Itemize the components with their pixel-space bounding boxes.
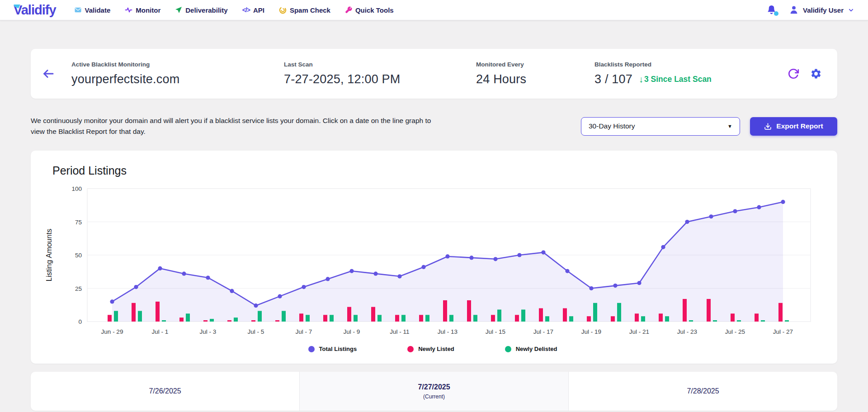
gear-icon bbox=[810, 68, 822, 80]
svg-text:Jul - 13: Jul - 13 bbox=[438, 328, 458, 335]
nav-label: Deliverability bbox=[185, 6, 227, 14]
pulse-icon bbox=[125, 6, 132, 14]
svg-text:100: 100 bbox=[71, 185, 82, 192]
blacklists-reported-value: 3 / 107 bbox=[594, 72, 632, 86]
nav-label: API bbox=[253, 6, 264, 14]
notifications-button[interactable] bbox=[766, 5, 777, 15]
svg-text:Jul - 5: Jul - 5 bbox=[248, 328, 264, 335]
monitored-every-value: 24 Hours bbox=[476, 72, 594, 86]
back-button[interactable] bbox=[42, 67, 71, 81]
controls-row: We continuously monitor your domain and … bbox=[31, 115, 837, 137]
nav-label: Quick Tools bbox=[355, 6, 394, 14]
user-name: Validify User bbox=[803, 6, 844, 14]
chart-legend: Total ListingsNewly ListedNewly Delisted bbox=[40, 346, 826, 352]
chevron-down-icon bbox=[848, 7, 854, 14]
legend-label: Newly Listed bbox=[418, 346, 454, 352]
export-report-button[interactable]: Export Report bbox=[750, 117, 837, 136]
svg-text:Jun - 29: Jun - 29 bbox=[101, 328, 123, 335]
nav-item-api[interactable]: </> API bbox=[242, 6, 264, 14]
legend-item: Newly Listed bbox=[407, 346, 454, 352]
nav-label: Validate bbox=[85, 6, 111, 14]
monitoring-header-card: Active Blacklist Monitoring yourperfects… bbox=[31, 49, 837, 99]
since-last-scan-delta: ↓ 3 Since Last Scan bbox=[639, 74, 712, 85]
legend-dot bbox=[308, 346, 315, 352]
last-scan-value: 7-27-2025, 12:00 PM bbox=[284, 72, 476, 86]
svg-text:Listing Amounts: Listing Amounts bbox=[45, 229, 53, 281]
settings-button[interactable] bbox=[810, 68, 822, 80]
svg-text:Jul - 15: Jul - 15 bbox=[486, 328, 505, 335]
download-icon bbox=[764, 123, 772, 130]
caret-down-icon: ▼ bbox=[727, 123, 732, 129]
nav-item-quick-tools[interactable]: Quick Tools bbox=[345, 6, 394, 14]
monitored-every-label: Monitored Every bbox=[476, 61, 594, 68]
nav-item-validate[interactable]: Validate bbox=[74, 6, 111, 14]
chart-title: Period Listings bbox=[52, 164, 826, 177]
svg-text:Jul - 17: Jul - 17 bbox=[533, 328, 553, 335]
swirl-shield-icon bbox=[279, 6, 287, 14]
date-label: 7/28/2025 bbox=[687, 387, 719, 395]
svg-text:Jul - 21: Jul - 21 bbox=[629, 328, 649, 335]
legend-label: Total Listings bbox=[319, 346, 357, 352]
last-scan-column: Last Scan 7-27-2025, 12:00 PM bbox=[284, 61, 476, 86]
legend-item: Newly Delisted bbox=[505, 346, 557, 352]
last-scan-label: Last Scan bbox=[284, 61, 476, 68]
code-brackets-icon: </> bbox=[242, 6, 250, 14]
svg-text:Jul - 27: Jul - 27 bbox=[773, 328, 793, 335]
svg-text:Jul - 19: Jul - 19 bbox=[581, 328, 601, 335]
notification-badge bbox=[774, 11, 778, 16]
nav-label: Monitor bbox=[136, 6, 160, 14]
svg-text:Jul - 23: Jul - 23 bbox=[677, 328, 697, 335]
nav-item-spam-check[interactable]: Spam Check bbox=[279, 6, 330, 14]
legend-label: Newly Delisted bbox=[516, 346, 557, 352]
paper-plane-icon bbox=[175, 6, 182, 14]
arrow-down-icon: ↓ bbox=[639, 74, 643, 85]
svg-text:0: 0 bbox=[78, 318, 82, 325]
validify-logo[interactable]: Validify bbox=[14, 4, 56, 17]
delta-text: 3 Since Last Scan bbox=[644, 75, 712, 84]
date-card-current[interactable]: 7/27/2025 (Current) bbox=[300, 372, 569, 411]
history-period-value: 30-Day History bbox=[589, 122, 635, 130]
legend-dot bbox=[407, 346, 414, 352]
refresh-icon bbox=[788, 68, 799, 80]
date-pager: 7/26/2025 7/27/2025 (Current) 7/28/2025 bbox=[31, 372, 837, 411]
domain-column: Active Blacklist Monitoring yourperfects… bbox=[71, 61, 284, 86]
export-report-label: Export Report bbox=[776, 122, 823, 130]
blacklists-reported-column: Blacklists Reported 3 / 107 ↓ 3 Since La… bbox=[594, 61, 788, 86]
svg-text:25: 25 bbox=[75, 285, 82, 292]
user-icon bbox=[789, 5, 799, 15]
nav-right: Validify User bbox=[766, 5, 854, 15]
legend-dot bbox=[505, 346, 511, 352]
nav-label: Spam Check bbox=[290, 6, 330, 14]
refresh-button[interactable] bbox=[788, 68, 799, 80]
monitoring-label: Active Blacklist Monitoring bbox=[71, 61, 284, 68]
svg-text:75: 75 bbox=[75, 219, 82, 226]
svg-text:50: 50 bbox=[75, 252, 82, 259]
date-card-next[interactable]: 7/28/2025 bbox=[569, 372, 837, 411]
nav-item-deliverability[interactable]: Deliverability bbox=[175, 6, 227, 14]
history-period-select[interactable]: 30-Day History ▼ bbox=[581, 117, 740, 136]
period-listings-card: Period Listings 0255075100Listing Amount… bbox=[31, 151, 837, 364]
envelope-icon bbox=[74, 6, 82, 14]
legend-item: Total Listings bbox=[308, 346, 357, 352]
current-note: (Current) bbox=[423, 393, 445, 400]
svg-text:Jul - 3: Jul - 3 bbox=[200, 328, 217, 335]
nav-item-monitor[interactable]: Monitor bbox=[125, 6, 160, 14]
user-menu[interactable]: Validify User bbox=[789, 5, 854, 15]
monitored-every-column: Monitored Every 24 Hours bbox=[476, 61, 594, 86]
svg-text:Jul - 1: Jul - 1 bbox=[152, 328, 169, 335]
svg-text:Jul - 7: Jul - 7 bbox=[296, 328, 312, 335]
period-listings-chart[interactable]: 0255075100Listing AmountsJun - 29Jul - 1… bbox=[40, 183, 817, 340]
svg-text:Jul - 11: Jul - 11 bbox=[390, 328, 409, 335]
arrow-left-icon bbox=[42, 67, 55, 81]
blacklists-reported-label: Blacklists Reported bbox=[594, 61, 788, 68]
svg-text:Jul - 9: Jul - 9 bbox=[344, 328, 360, 335]
domain-value: yourperfectsite.com bbox=[71, 72, 284, 86]
monitoring-description: We continuously monitor your domain and … bbox=[31, 115, 433, 137]
wrench-icon bbox=[345, 6, 352, 14]
date-label: 7/26/2025 bbox=[149, 387, 181, 395]
svg-text:Jul - 25: Jul - 25 bbox=[725, 328, 745, 335]
date-card-previous[interactable]: 7/26/2025 bbox=[31, 372, 300, 411]
date-label: 7/27/2025 bbox=[418, 383, 450, 391]
top-nav: Validify Validate Monitor Deliverability… bbox=[0, 0, 868, 20]
